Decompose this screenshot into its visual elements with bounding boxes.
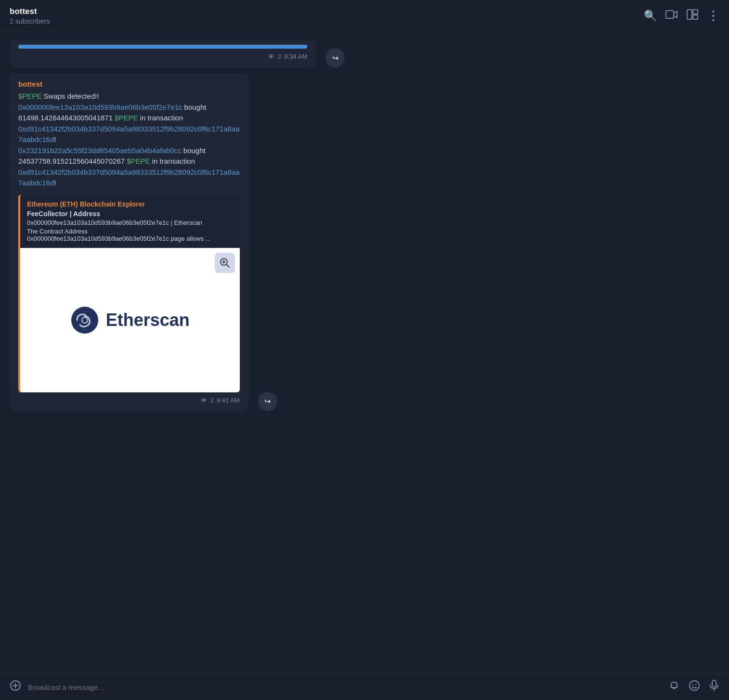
views-eye-icon-1: 👁 <box>268 52 275 61</box>
message-row-2: bottest $PEPE Swaps detected!! 0x000000f… <box>10 73 719 411</box>
line-7b: 7aabdc16d! <box>18 178 240 189</box>
header-left: bottest 2 subscribers <box>10 7 50 25</box>
svg-rect-2 <box>693 10 698 14</box>
svg-rect-17 <box>712 680 716 687</box>
bell-icon[interactable] <box>668 680 680 694</box>
preview-desc: The Contract Address <box>27 228 233 235</box>
channel-title: bottest <box>10 7 50 16</box>
svg-rect-1 <box>687 10 692 19</box>
bought-text-1: bought <box>184 103 207 111</box>
svg-point-15 <box>692 684 693 685</box>
etherscan-text-label: Etherscan <box>106 310 190 330</box>
svg-rect-3 <box>693 15 698 19</box>
message-input[interactable] <box>28 683 662 691</box>
etherscan-icon <box>70 306 99 335</box>
header-icons: 🔍 ⋮ <box>644 9 719 24</box>
message-time-1: 9:34 AM <box>284 53 307 60</box>
layout-icon[interactable] <box>687 9 698 23</box>
forward-button-2[interactable]: ↪ <box>258 392 277 411</box>
svg-point-14 <box>690 681 699 690</box>
pepe-tag-2: $PEPE <box>115 114 138 122</box>
pepe-tag-1: $PEPE <box>18 92 41 100</box>
search-icon[interactable]: 🔍 <box>644 10 657 22</box>
message-row-1: 👁 2 9:34 AM ↪ <box>10 40 719 67</box>
line-4b: 7aabdc16d! <box>18 134 240 145</box>
bottom-bar <box>0 674 729 700</box>
in-tx-2: in transaction <box>152 157 195 165</box>
message-time-2: 9:41 AM <box>217 397 240 404</box>
line-5: 0x232191b22a5c55f23dd85405aeb5a04b4afab0… <box>18 145 240 156</box>
video-icon[interactable] <box>665 9 678 23</box>
preview-desc2: 0x000000fee13a103a10d593b9ae06b3e05f2e7e… <box>27 235 233 242</box>
exclaim-1: ! <box>54 135 56 143</box>
exclaim-2: ! <box>54 179 56 187</box>
etherscan-logo: Etherscan <box>70 306 190 335</box>
preview-address: 0x000000fee13a103a10d593b9ae06b3e05f2e7e… <box>27 219 233 226</box>
message-footer-1: 👁 2 9:34 AM <box>18 52 307 61</box>
mic-icon[interactable] <box>709 680 719 694</box>
address-link-2[interactable]: 0x232191b22a5c55f23dd85405aeb5a04b4afab0… <box>18 146 182 155</box>
preview-image: Etherscan <box>20 248 240 392</box>
truncated-content <box>18 45 307 49</box>
line-2: 0x000000fee13a103a10d593b9ae06b3e05f2e7e… <box>18 102 240 113</box>
views-count-1: 2 <box>278 53 281 60</box>
message-footer-2: 👁 2 9:41 AM <box>18 396 240 404</box>
menu-icon[interactable]: ⋮ <box>707 9 719 24</box>
tx-link-2[interactable]: 0xd91c41342f2b034b337d5094a5a98333512f9b… <box>18 168 240 176</box>
svg-rect-0 <box>666 11 674 18</box>
line-3: 61498.142644643005041871 $PEPE in transa… <box>18 113 240 124</box>
amount-1: 61498.142644643005041871 <box>18 114 115 122</box>
svg-line-5 <box>226 264 229 267</box>
svg-point-16 <box>695 684 696 685</box>
tx-link-2b[interactable]: 7aabdc16d <box>18 179 54 187</box>
line-7: 0xd91c41342f2b034b337d5094a5a98333512f9b… <box>18 167 240 178</box>
message-bubble-1: 👁 2 9:34 AM <box>10 40 316 67</box>
swaps-text: Swaps detected!! <box>44 92 99 100</box>
forward-button-1[interactable]: ↪ <box>325 48 345 67</box>
bottom-right-icons <box>668 680 719 694</box>
address-link-1[interactable]: 0x000000fee13a103a10d593b9ae06b3e05f2e7e… <box>18 103 182 111</box>
message-bubble-2: bottest $PEPE Swaps detected!! 0x000000f… <box>10 73 248 411</box>
pepe-tag-3: $PEPE <box>127 157 150 165</box>
chat-area: 👁 2 9:34 AM ↪ bottest $PEPE Swaps detect… <box>0 32 729 674</box>
in-tx-1: in transaction <box>140 114 183 122</box>
preview-text: Ethereum (ETH) Blockchain Explorer FeeCo… <box>20 194 240 248</box>
line-6: 24537758.915212560445070267 $PEPE in tra… <box>18 156 240 167</box>
preview-title: FeeCollector | Address <box>27 210 233 218</box>
bought-text-2: bought <box>183 146 206 155</box>
preview-source: Ethereum (ETH) Blockchain Explorer <box>27 200 233 208</box>
line-4: 0xd91c41342f2b034b337d5094a5a98333512f9b… <box>18 124 240 135</box>
svg-point-9 <box>82 317 88 323</box>
tx-link-1b[interactable]: 7aabdc16d <box>18 135 54 143</box>
views-count-2: 2 <box>210 397 214 404</box>
sender-name: bottest <box>18 80 240 88</box>
amount-2: 24537758.915212560445070267 <box>18 157 127 165</box>
zoom-button[interactable] <box>215 253 235 273</box>
line-1: $PEPE Swaps detected!! <box>18 91 240 102</box>
header: bottest 2 subscribers 🔍 ⋮ <box>0 0 729 32</box>
tx-link-1[interactable]: 0xd91c41342f2b034b337d5094a5a98333512f9b… <box>18 125 240 133</box>
emoji-icon[interactable] <box>689 680 700 694</box>
attach-icon[interactable] <box>10 680 21 694</box>
preview-card[interactable]: Ethereum (ETH) Blockchain Explorer FeeCo… <box>18 194 240 392</box>
views-eye-icon-2: 👁 <box>200 396 208 404</box>
subscriber-count: 2 subscribers <box>10 17 50 25</box>
